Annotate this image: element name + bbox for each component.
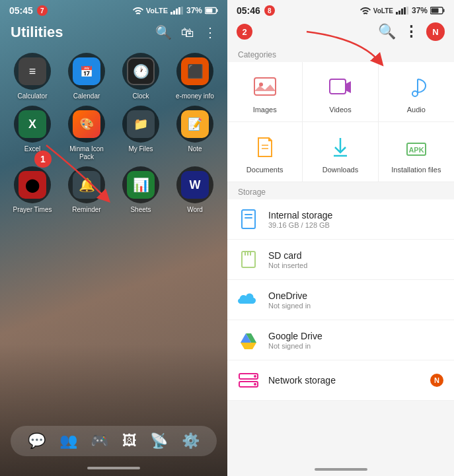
app-minma-label: Minma Icon Pack [62,145,111,161]
bottom-bar-right [227,463,454,476]
app-minma[interactable]: 🎨 Minma Icon Pack [62,106,111,161]
sdcard-icon [238,249,259,270]
app-reminder-label: Reminder [72,206,100,214]
signal-volte-right: VoLTE [373,7,393,15]
app-myfiles[interactable]: 📁 My Files [116,106,165,161]
svg-rect-3 [178,7,180,15]
sdcard-name: SD card [268,250,443,261]
downloads-label: Downloads [322,166,358,174]
app-grid: ≡ Calculator 📅 Calendar 🕐 Clock ⬛ e-mone… [0,46,227,221]
dock-network-icon[interactable]: 📡 [150,432,168,450]
app-calendar-label: Calendar [73,92,100,100]
svg-rect-18 [330,79,346,94]
svg-rect-0 [170,12,172,15]
app-prayer[interactable]: ⬤ Prayer Times [8,166,57,214]
downloads-icon [326,133,355,162]
svg-text:APK: APK [408,146,424,154]
svg-rect-1 [173,11,175,15]
dock-gallery-icon[interactable]: 🖼 [122,432,137,450]
folder-title: Utilities [11,24,63,41]
svg-rect-2 [176,9,178,15]
battery-icon-right [430,7,445,15]
svg-rect-29 [245,217,252,219]
app-calculator[interactable]: ≡ Calculator [8,53,57,100]
installation-label: Installation files [391,166,441,174]
app-calendar[interactable]: 📅 Calendar [62,53,111,100]
app-calculator-label: Calculator [17,92,47,100]
battery-right: 37% [412,6,428,15]
svg-rect-15 [432,9,439,13]
storage-onedrive[interactable]: OneDrive Not signed in [227,280,454,320]
sdcard-info: SD card Not inserted [268,250,443,269]
battery-icon-left [205,7,218,15]
storage-network[interactable]: Network storage N [227,360,454,401]
app-note-label: Note [188,145,202,153]
status-icons-left: VoLTE 37% [133,6,218,15]
category-installation[interactable]: APK Installation files [379,122,454,182]
storage-sdcard[interactable]: SD card Not inserted [227,240,454,280]
sdcard-sub: Not inserted [268,261,443,269]
app-emoney-label: e-money info [176,92,214,100]
storage-googledrive[interactable]: Google Drive Not signed in [227,320,454,360]
categories-grid: Images Videos Audio Documents Downloads [227,62,454,182]
app-emoney[interactable]: ⬛ e-money info [170,53,219,100]
app-word-label: Word [187,206,203,214]
app-myfiles-label: My Files [128,145,153,153]
storage-internal[interactable]: Internal storage 39.16 GB / 128 GB [227,199,454,240]
svg-rect-4 [181,7,183,15]
googledrive-sub: Not signed in [268,342,443,350]
category-images[interactable]: Images [227,62,303,122]
app-reminder[interactable]: 🔔 Reminder [62,166,111,214]
annotation-1: 1 [34,151,52,168]
svg-rect-28 [245,214,252,215]
network-badge: N [430,374,443,387]
search-icon-left[interactable]: 🔍 [155,24,172,40]
time-right: 05:46 [237,5,260,16]
svg-point-19 [412,91,418,96]
app-excel[interactable]: X Excel [8,106,57,161]
app-word[interactable]: W Word [170,166,219,214]
dock-people-icon[interactable]: 👥 [59,432,77,450]
user-avatar[interactable]: N [426,22,445,41]
svg-rect-11 [404,7,406,15]
audio-icon [402,73,431,102]
network-storage-icon [238,370,259,391]
app-prayer-label: Prayer Times [13,206,52,214]
wifi-icon [133,7,143,15]
storage-section: Storage Internal storage 39.16 GB / 128 … [227,182,454,463]
storage-list: Internal storage 39.16 GB / 128 GB SD ca… [227,199,454,401]
googledrive-name: Google Drive [268,331,443,341]
signal-icon: VoLTE [146,7,168,15]
svg-point-36 [254,375,256,378]
videos-label: Videos [329,106,351,114]
svg-point-37 [254,383,256,386]
right-panel: 05:46 8 VoLTE 37% 2 🔍 ⋮ N Cate [227,0,454,476]
left-panel: 05:45 7 VoLTE 37% Utilities 🔍 🛍 ⋮ ≡ Calc… [0,0,227,476]
svg-rect-7 [206,9,212,13]
svg-rect-12 [406,7,408,15]
dock-game-icon[interactable]: 🎮 [91,432,108,450]
app-sheets[interactable]: 📊 Sheets [116,166,165,214]
notification-badge-left: 7 [37,5,48,16]
audio-label: Audio [407,106,426,114]
bag-icon[interactable]: 🛍 [181,25,194,40]
bottom-dock: 💬 👥 🎮 🖼 📡 ⚙️ [11,426,217,456]
more-icon-left[interactable]: ⋮ [204,24,217,40]
googledrive-info: Google Drive Not signed in [268,331,443,350]
signal-bars-icon [170,7,184,15]
app-clock[interactable]: 🕐 Clock [116,53,165,100]
onedrive-info: OneDrive Not signed in [268,290,443,310]
more-icon-right[interactable]: ⋮ [404,23,418,40]
category-documents[interactable]: Documents [227,122,303,182]
home-indicator-left [87,467,140,469]
internal-storage-icon [238,209,259,230]
dock-chat-icon[interactable]: 💬 [28,432,46,450]
annotation-2: 2 [237,24,252,40]
app-note[interactable]: 📝 Note [170,106,219,161]
svg-rect-8 [396,12,398,15]
svg-rect-6 [217,9,218,13]
notification-badge-right: 8 [264,5,275,16]
arrow-2 [293,25,399,78]
dock-settings-icon[interactable]: ⚙️ [182,432,200,450]
category-downloads[interactable]: Downloads [303,122,378,182]
